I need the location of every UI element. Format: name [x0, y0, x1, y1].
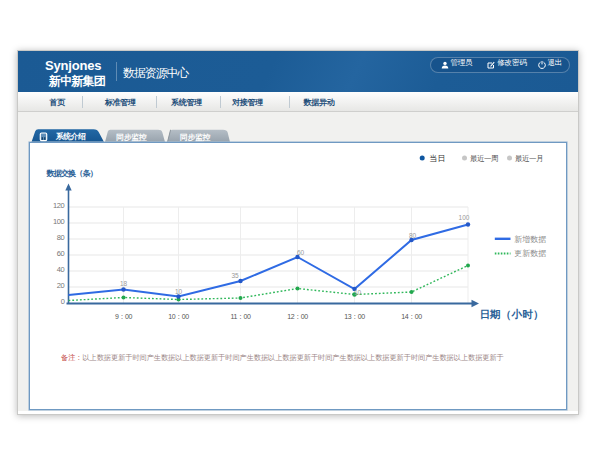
svg-text:10: 10: [353, 289, 361, 296]
svg-text:100: 100: [52, 217, 64, 226]
svg-text:同步监控: 同步监控: [180, 133, 210, 142]
svg-text:20: 20: [56, 281, 64, 290]
svg-text:备注：以上数据更新于时间产生数据以上数据更新于时间产生数据以: 备注：以上数据更新于时间产生数据以上数据更新于时间产生数据以上数据更新于时间产生…: [61, 353, 504, 362]
svg-text:11：00: 11：00: [230, 313, 251, 320]
svg-text:60: 60: [56, 249, 64, 258]
svg-text:最近一月: 最近一月: [515, 154, 543, 163]
svg-text:60: 60: [296, 249, 304, 256]
svg-text:系统介绍: 系统介绍: [56, 132, 86, 141]
svg-text:9：00: 9：00: [114, 313, 132, 320]
svg-text:18: 18: [119, 280, 127, 287]
svg-text:14：00: 14：00: [401, 313, 422, 320]
svg-text:80: 80: [408, 232, 416, 239]
svg-text:10：00: 10：00: [168, 313, 189, 320]
svg-text:最近一周: 最近一周: [470, 154, 498, 163]
svg-text:120: 120: [52, 201, 64, 210]
svg-text:40: 40: [56, 265, 64, 274]
svg-text:当日: 当日: [429, 154, 445, 163]
svg-text:数据交换（条）: 数据交换（条）: [45, 169, 96, 178]
svg-text:13：00: 13：00: [344, 313, 365, 320]
svg-text:日期（小时）: 日期（小时）: [479, 308, 543, 321]
svg-text:35: 35: [231, 272, 239, 279]
svg-text:12：00: 12：00: [287, 313, 308, 320]
svg-text:更新数据: 更新数据: [514, 249, 546, 258]
svg-text:10: 10: [174, 288, 182, 295]
svg-text:新增数据: 新增数据: [514, 235, 546, 244]
svg-text:0: 0: [60, 297, 64, 306]
svg-text:同步监控: 同步监控: [116, 133, 146, 142]
svg-text:100: 100: [458, 214, 469, 221]
svg-text:80: 80: [56, 233, 64, 242]
